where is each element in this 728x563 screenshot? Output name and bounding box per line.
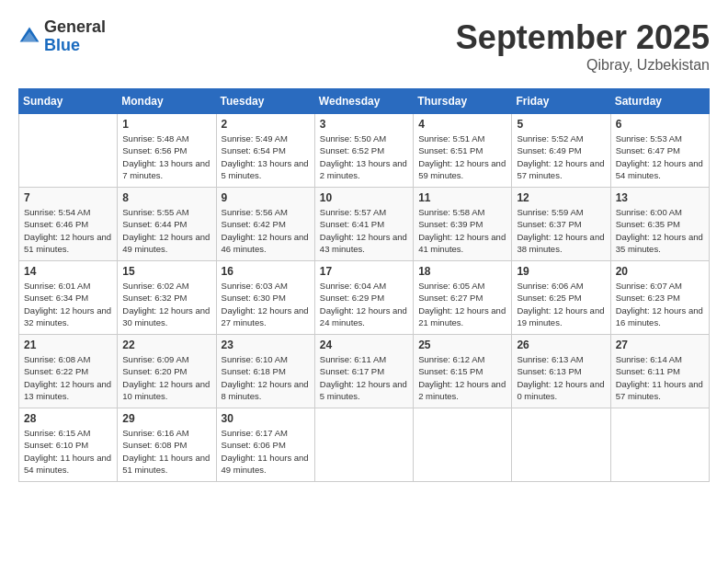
- day-cell: 9Sunrise: 5:56 AMSunset: 6:42 PMDaylight…: [216, 188, 314, 261]
- day-info: Sunrise: 6:11 AMSunset: 6:17 PMDaylight:…: [320, 353, 408, 402]
- day-cell: 24Sunrise: 6:11 AMSunset: 6:17 PMDayligh…: [314, 335, 413, 408]
- day-info: Sunrise: 6:17 AMSunset: 6:06 PMDaylight:…: [222, 427, 310, 476]
- day-number: 22: [122, 339, 210, 351]
- day-cell: 16Sunrise: 6:03 AMSunset: 6:30 PMDayligh…: [216, 261, 314, 335]
- day-number: 19: [517, 265, 605, 278]
- day-number: 11: [418, 191, 506, 204]
- day-number: 25: [418, 339, 506, 351]
- day-cell: [512, 408, 610, 482]
- day-number: 4: [418, 118, 506, 131]
- day-info: Sunrise: 6:09 AMSunset: 6:20 PMDaylight:…: [122, 353, 210, 402]
- day-cell: 18Sunrise: 6:05 AMSunset: 6:27 PMDayligh…: [414, 261, 512, 335]
- page-header: General Blue September 2025 Qibray, Uzbe…: [18, 18, 710, 74]
- week-row-2: 14Sunrise: 6:01 AMSunset: 6:34 PMDayligh…: [19, 261, 710, 335]
- day-number: 30: [222, 412, 310, 425]
- day-cell: 17Sunrise: 6:04 AMSunset: 6:29 PMDayligh…: [314, 261, 413, 335]
- day-cell: 20Sunrise: 6:07 AMSunset: 6:23 PMDayligh…: [610, 261, 709, 335]
- day-number: 7: [24, 191, 112, 204]
- day-cell: 1Sunrise: 5:48 AMSunset: 6:56 PMDaylight…: [118, 114, 216, 188]
- day-info: Sunrise: 6:02 AMSunset: 6:32 PMDaylight:…: [122, 280, 210, 328]
- day-number: 8: [122, 191, 210, 204]
- day-info: Sunrise: 5:55 AMSunset: 6:44 PMDaylight:…: [122, 206, 210, 255]
- day-cell: [19, 114, 118, 188]
- day-cell: 15Sunrise: 6:02 AMSunset: 6:32 PMDayligh…: [118, 261, 216, 335]
- col-header-thursday: Thursday: [414, 89, 512, 114]
- col-header-monday: Monday: [118, 89, 216, 114]
- day-cell: 28Sunrise: 6:15 AMSunset: 6:10 PMDayligh…: [19, 408, 118, 482]
- week-row-3: 21Sunrise: 6:08 AMSunset: 6:22 PMDayligh…: [19, 335, 710, 408]
- day-info: Sunrise: 6:06 AMSunset: 6:25 PMDaylight:…: [517, 280, 605, 328]
- day-cell: 27Sunrise: 6:14 AMSunset: 6:11 PMDayligh…: [610, 335, 709, 408]
- day-cell: 3Sunrise: 5:50 AMSunset: 6:52 PMDaylight…: [314, 114, 413, 188]
- header-row: SundayMondayTuesdayWednesdayThursdayFrid…: [19, 89, 710, 114]
- col-header-wednesday: Wednesday: [314, 89, 413, 114]
- day-cell: 7Sunrise: 5:54 AMSunset: 6:46 PMDaylight…: [19, 188, 118, 261]
- week-row-4: 28Sunrise: 6:15 AMSunset: 6:10 PMDayligh…: [19, 408, 710, 482]
- day-number: 23: [222, 339, 310, 351]
- day-number: 26: [517, 339, 605, 351]
- day-cell: 6Sunrise: 5:53 AMSunset: 6:47 PMDaylight…: [610, 114, 709, 188]
- day-number: 28: [24, 412, 112, 425]
- logo-general: General: [44, 18, 106, 37]
- day-info: Sunrise: 6:05 AMSunset: 6:27 PMDaylight:…: [418, 280, 506, 328]
- col-header-saturday: Saturday: [610, 89, 709, 114]
- day-info: Sunrise: 6:07 AMSunset: 6:23 PMDaylight:…: [616, 280, 704, 328]
- day-info: Sunrise: 6:14 AMSunset: 6:11 PMDaylight:…: [616, 353, 704, 402]
- week-row-1: 7Sunrise: 5:54 AMSunset: 6:46 PMDaylight…: [19, 188, 710, 261]
- day-cell: 8Sunrise: 5:55 AMSunset: 6:44 PMDaylight…: [118, 188, 216, 261]
- day-number: 15: [122, 265, 210, 278]
- day-cell: 19Sunrise: 6:06 AMSunset: 6:25 PMDayligh…: [512, 261, 610, 335]
- day-number: 10: [320, 191, 408, 204]
- day-info: Sunrise: 5:58 AMSunset: 6:39 PMDaylight:…: [418, 206, 506, 255]
- day-cell: [414, 408, 512, 482]
- day-info: Sunrise: 6:01 AMSunset: 6:34 PMDaylight:…: [24, 280, 112, 328]
- day-cell: 30Sunrise: 6:17 AMSunset: 6:06 PMDayligh…: [216, 408, 314, 482]
- day-cell: 5Sunrise: 5:52 AMSunset: 6:49 PMDaylight…: [512, 114, 610, 188]
- day-info: Sunrise: 5:54 AMSunset: 6:46 PMDaylight:…: [24, 206, 112, 255]
- day-cell: 10Sunrise: 5:57 AMSunset: 6:41 PMDayligh…: [314, 188, 413, 261]
- day-info: Sunrise: 6:04 AMSunset: 6:29 PMDaylight:…: [320, 280, 408, 328]
- title-block: September 2025 Qibray, Uzbekistan: [456, 18, 710, 74]
- day-number: 9: [222, 191, 310, 204]
- day-number: 6: [616, 118, 704, 131]
- day-number: 5: [517, 118, 605, 131]
- day-number: 2: [222, 118, 310, 131]
- day-info: Sunrise: 5:48 AMSunset: 6:56 PMDaylight:…: [122, 132, 210, 181]
- day-cell: 14Sunrise: 6:01 AMSunset: 6:34 PMDayligh…: [19, 261, 118, 335]
- day-info: Sunrise: 5:52 AMSunset: 6:49 PMDaylight:…: [517, 132, 605, 181]
- day-number: 24: [320, 339, 408, 351]
- logo-text: General Blue: [44, 18, 106, 55]
- day-number: 13: [616, 191, 704, 204]
- col-header-tuesday: Tuesday: [216, 89, 314, 114]
- day-cell: 12Sunrise: 5:59 AMSunset: 6:37 PMDayligh…: [512, 188, 610, 261]
- day-info: Sunrise: 5:49 AMSunset: 6:54 PMDaylight:…: [222, 132, 310, 181]
- week-row-0: 1Sunrise: 5:48 AMSunset: 6:56 PMDaylight…: [19, 114, 710, 188]
- day-info: Sunrise: 5:57 AMSunset: 6:41 PMDaylight:…: [320, 206, 408, 255]
- day-number: 27: [616, 339, 704, 351]
- day-number: 20: [616, 265, 704, 278]
- day-number: 29: [122, 412, 210, 425]
- day-cell: [610, 408, 709, 482]
- day-info: Sunrise: 5:51 AMSunset: 6:51 PMDaylight:…: [418, 132, 506, 181]
- day-cell: 2Sunrise: 5:49 AMSunset: 6:54 PMDaylight…: [216, 114, 314, 188]
- col-header-friday: Friday: [512, 89, 610, 114]
- day-cell: 4Sunrise: 5:51 AMSunset: 6:51 PMDaylight…: [414, 114, 512, 188]
- day-info: Sunrise: 5:50 AMSunset: 6:52 PMDaylight:…: [320, 132, 408, 181]
- logo: General Blue: [18, 18, 106, 55]
- day-number: 3: [320, 118, 408, 131]
- day-cell: 26Sunrise: 6:13 AMSunset: 6:13 PMDayligh…: [512, 335, 610, 408]
- calendar-table: SundayMondayTuesdayWednesdayThursdayFrid…: [18, 88, 710, 482]
- location: Qibray, Uzbekistan: [456, 57, 710, 74]
- day-cell: 25Sunrise: 6:12 AMSunset: 6:15 PMDayligh…: [414, 335, 512, 408]
- day-info: Sunrise: 6:10 AMSunset: 6:18 PMDaylight:…: [222, 353, 310, 402]
- day-info: Sunrise: 6:15 AMSunset: 6:10 PMDaylight:…: [24, 427, 112, 476]
- day-info: Sunrise: 6:08 AMSunset: 6:22 PMDaylight:…: [24, 353, 112, 402]
- month-title: September 2025: [456, 18, 710, 57]
- day-number: 21: [24, 339, 112, 351]
- day-info: Sunrise: 5:59 AMSunset: 6:37 PMDaylight:…: [517, 206, 605, 255]
- calendar-body: 1Sunrise: 5:48 AMSunset: 6:56 PMDaylight…: [19, 114, 710, 482]
- col-header-sunday: Sunday: [19, 89, 118, 114]
- logo-blue: Blue: [44, 37, 106, 55]
- logo-icon: [18, 26, 40, 48]
- calendar-header: SundayMondayTuesdayWednesdayThursdayFrid…: [19, 89, 710, 114]
